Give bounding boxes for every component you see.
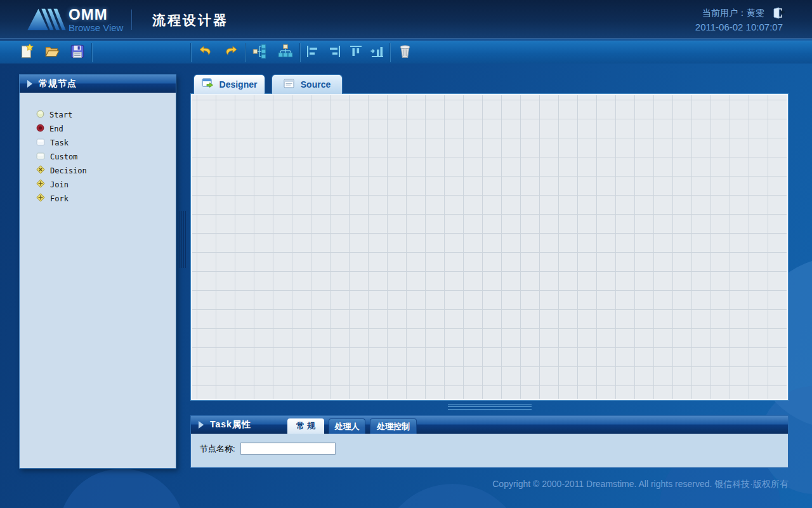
align-left-button[interactable] (302, 43, 324, 62)
node-label: Decision (50, 166, 87, 175)
tab-label: 常 规 (296, 420, 315, 432)
omm-logo-icon (27, 6, 66, 36)
layout-horizontal-button[interactable] (247, 43, 273, 62)
node-label: Custom (50, 152, 77, 161)
layout-vertical-button[interactable] (273, 43, 298, 62)
toolbar-separator (299, 43, 301, 62)
node-palette-header[interactable]: 常规节点 (20, 75, 176, 93)
node-label: Start (49, 110, 72, 119)
horizontal-splitter[interactable] (448, 404, 532, 410)
redo-icon (223, 44, 239, 62)
app-header: OMM Browse View 流程设计器 当前用户：黄雯 2011-06-02… (0, 0, 812, 39)
align-bottom-icon (370, 44, 385, 62)
user-block: 当前用户：黄雯 2011-06-02 10:07:07 (695, 7, 785, 32)
open-folder-icon (44, 43, 60, 62)
palette-node-fork[interactable]: Fork (36, 192, 176, 206)
tab-label: Designer (219, 79, 258, 90)
palette-node-join[interactable]: Join (36, 178, 176, 192)
collapse-arrow-icon (27, 80, 32, 88)
node-label: End (49, 124, 63, 133)
tab-label: 处理人 (335, 421, 360, 432)
open-file-button[interactable] (39, 43, 65, 62)
palette-node-start[interactable]: Start (36, 108, 176, 122)
palette-node-end[interactable]: End (36, 122, 176, 136)
logout-icon[interactable] (772, 7, 785, 19)
properties-body: 节点名称: (191, 434, 788, 455)
new-file-button[interactable] (14, 43, 39, 62)
copyright-text: Copyright © 2000-2011 Dreamstime. All ri… (492, 479, 789, 490)
tab-handler-control[interactable]: 处理控制 (370, 418, 417, 434)
toolbar-separator (91, 43, 93, 62)
node-palette-title: 常规节点 (39, 78, 77, 90)
new-file-icon (18, 43, 35, 62)
align-right-button[interactable] (324, 43, 345, 62)
source-tab-icon (284, 79, 295, 91)
task-node-icon (36, 137, 45, 149)
end-node-icon (36, 123, 44, 135)
layout-vertical-tree-icon (277, 43, 294, 62)
palette-node-decision[interactable]: Decision (36, 164, 176, 178)
align-top-button[interactable] (345, 43, 367, 62)
logo-title: OMM (69, 6, 123, 23)
tab-designer[interactable]: Designer (193, 74, 265, 94)
node-palette: 常规节点 Start End (19, 74, 176, 469)
toolbar-separator (390, 43, 391, 62)
align-right-icon (327, 44, 342, 62)
main-toolbar (0, 41, 812, 64)
datetime-label: 2011-06-02 10:07:07 (695, 22, 783, 32)
logo-subtitle: Browse View (69, 23, 123, 33)
align-left-icon (305, 44, 320, 62)
redo-button[interactable] (218, 43, 244, 62)
properties-panel: Task属性 常 规 处理人 处理控制 节点名称: (190, 415, 789, 468)
tab-source[interactable]: Source (272, 74, 343, 94)
join-node-icon (36, 179, 45, 190)
tab-label: Source (301, 79, 331, 90)
undo-icon (198, 44, 213, 62)
node-name-label: 节点名称: (200, 443, 235, 455)
start-node-icon (36, 109, 44, 121)
fork-node-icon (36, 193, 45, 204)
node-label: Task (50, 138, 69, 147)
layout-horizontal-tree-icon (252, 43, 268, 62)
properties-header: Task属性 常 规 处理人 处理控制 (191, 416, 788, 434)
properties-title: Task属性 (210, 419, 251, 431)
tab-label: 处理控制 (377, 421, 410, 432)
palette-node-task[interactable]: Task (36, 136, 176, 150)
delete-button[interactable] (392, 43, 417, 62)
node-list: Start End Task (20, 93, 176, 206)
delete-trash-icon (397, 43, 413, 62)
node-label: Fork (50, 194, 69, 203)
save-icon (69, 43, 86, 62)
toolbar-separator (245, 43, 246, 62)
toolbar-separator (190, 43, 192, 62)
design-canvas[interactable] (191, 94, 788, 400)
align-bottom-button[interactable] (367, 43, 388, 62)
palette-node-custom[interactable]: Custom (36, 150, 176, 164)
header-divider (131, 10, 132, 30)
background-circle (58, 469, 185, 508)
collapse-arrow-icon (199, 421, 204, 429)
decision-node-icon (36, 165, 45, 177)
node-name-input[interactable] (240, 443, 336, 455)
page-title: 流程设计器 (152, 11, 228, 29)
designer-tab-icon (202, 78, 214, 91)
custom-node-icon (36, 151, 45, 163)
current-user-label: 当前用户：黄雯 (702, 8, 764, 19)
tab-handler[interactable]: 处理人 (329, 418, 365, 434)
node-label: Join (50, 180, 69, 189)
tab-general[interactable]: 常 规 (287, 418, 324, 434)
logo: OMM Browse View (69, 6, 123, 33)
align-top-icon (348, 44, 363, 62)
vertical-splitter[interactable] (180, 211, 187, 268)
undo-button[interactable] (193, 43, 218, 62)
save-button[interactable] (65, 43, 90, 62)
